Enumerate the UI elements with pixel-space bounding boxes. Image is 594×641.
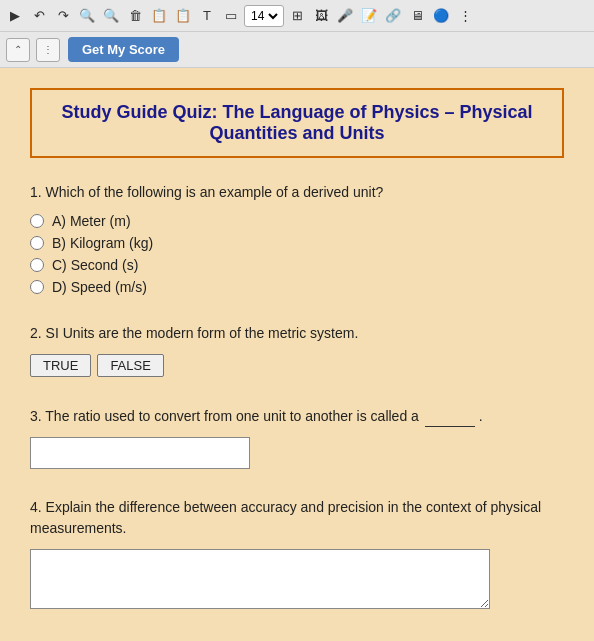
question-2-text: 2. SI Units are the modern form of the m… xyxy=(30,323,564,344)
fill-in-input[interactable] xyxy=(30,437,250,469)
option-a: A) Meter (m) xyxy=(30,213,564,229)
get-score-button[interactable]: Get My Score xyxy=(68,37,179,62)
link-icon[interactable]: 🔗 xyxy=(382,5,404,27)
table-icon[interactable]: ⊞ xyxy=(286,5,308,27)
shape-icon[interactable]: ▭ xyxy=(220,5,242,27)
question-1-block: 1. Which of the following is an example … xyxy=(30,182,564,295)
zoom-in-icon[interactable]: 🔍 xyxy=(76,5,98,27)
font-size-selector[interactable]: 14 8910 1112 161820 xyxy=(244,5,284,27)
delete-icon[interactable]: 🗑 xyxy=(124,5,146,27)
option-a-label: A) Meter (m) xyxy=(52,213,131,229)
content-area: Study Guide Quiz: The Language of Physic… xyxy=(0,68,594,641)
copy-icon[interactable]: 📋 xyxy=(148,5,170,27)
question-1-text: 1. Which of the following is an example … xyxy=(30,182,564,203)
collapse-btn[interactable]: ⌃ xyxy=(6,38,30,62)
text-box-icon[interactable]: T xyxy=(196,5,218,27)
question-3-block: 3. The ratio used to convert from one un… xyxy=(30,405,564,469)
paste-icon[interactable]: 📋 xyxy=(172,5,194,27)
question-1-body: Which of the following is an example of … xyxy=(46,184,384,200)
question-2-block: 2. SI Units are the modern form of the m… xyxy=(30,323,564,377)
true-button[interactable]: TRUE xyxy=(30,354,91,377)
true-false-buttons: TRUE FALSE xyxy=(30,354,564,377)
undo-icon[interactable]: ↶ xyxy=(28,5,50,27)
option-b-label: B) Kilogram (kg) xyxy=(52,235,153,251)
radio-b[interactable] xyxy=(30,236,44,250)
option-d-label: D) Speed (m/s) xyxy=(52,279,147,295)
question-1-number: 1. xyxy=(30,184,46,200)
avatar-icon[interactable]: 🔵 xyxy=(430,5,452,27)
image-icon[interactable]: 🖼 xyxy=(310,5,332,27)
radio-c[interactable] xyxy=(30,258,44,272)
radio-d[interactable] xyxy=(30,280,44,294)
radio-a[interactable] xyxy=(30,214,44,228)
question-2-body: SI Units are the modern form of the metr… xyxy=(46,325,359,341)
question-4-number: 4. xyxy=(30,499,46,515)
question-4-text: 4. Explain the difference between accura… xyxy=(30,497,564,539)
mic-icon[interactable]: 🎤 xyxy=(334,5,356,27)
quiz-icon[interactable]: 📝 xyxy=(358,5,380,27)
option-b: B) Kilogram (kg) xyxy=(30,235,564,251)
question-4-block: 4. Explain the difference between accura… xyxy=(30,497,564,609)
false-button[interactable]: FALSE xyxy=(97,354,163,377)
question-2-number: 2. xyxy=(30,325,46,341)
font-size-select[interactable]: 14 8910 1112 161820 xyxy=(247,8,281,24)
toolbar: ▶ ↶ ↷ 🔍 🔍 🗑 📋 📋 T ▭ 14 8910 1112 161820 … xyxy=(0,0,594,32)
question-3-text: 3. The ratio used to convert from one un… xyxy=(30,405,564,427)
quiz-title-box: Study Guide Quiz: The Language of Physic… xyxy=(30,88,564,158)
cursor-icon[interactable]: ▶ xyxy=(4,5,26,27)
essay-input[interactable] xyxy=(30,549,490,609)
more-icon[interactable]: ⋮ xyxy=(454,5,476,27)
option-c-label: C) Second (s) xyxy=(52,257,138,273)
quiz-title: Study Guide Quiz: The Language of Physic… xyxy=(48,102,546,144)
blank-line xyxy=(425,405,475,427)
option-d: D) Speed (m/s) xyxy=(30,279,564,295)
zoom-out-icon[interactable]: 🔍 xyxy=(100,5,122,27)
question-4-body: Explain the difference between accuracy … xyxy=(30,499,541,536)
question-3-number: 3. xyxy=(30,408,45,424)
option-c: C) Second (s) xyxy=(30,257,564,273)
redo-icon[interactable]: ↷ xyxy=(52,5,74,27)
question-3-body: The ratio used to convert from one unit … xyxy=(45,408,419,424)
action-bar: ⌃ ⋮ Get My Score xyxy=(0,32,594,68)
screen-icon[interactable]: 🖥 xyxy=(406,5,428,27)
more-btn[interactable]: ⋮ xyxy=(36,38,60,62)
question-3-suffix: . xyxy=(479,408,483,424)
